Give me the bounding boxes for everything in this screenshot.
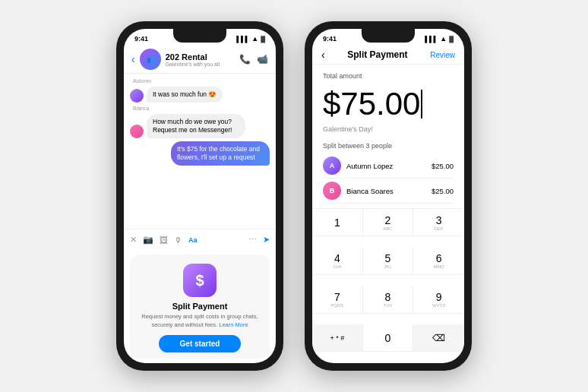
key-9[interactable]: 9WXYZ (413, 286, 464, 314)
key-8[interactable]: 8TUV (363, 286, 414, 314)
video-icon[interactable]: 📹 (257, 54, 268, 65)
get-started-button[interactable]: Get started (159, 335, 242, 352)
payment-title: Split Payment (347, 49, 407, 60)
msg-row: How much do we owe you? Request me on Me… (130, 114, 270, 138)
split-person-1: A Autumn Lopez $25.00 (323, 153, 454, 179)
phone-icon[interactable]: 📞 (239, 54, 251, 65)
header-info: 202 Rental Galentine's with you all (166, 52, 235, 67)
chat-header: ‹ 👥 202 Rental Galentine's with you all … (124, 46, 276, 74)
signal-left: ▌▌▌ (236, 36, 249, 43)
chat-name: 202 Rental (166, 52, 235, 62)
learn-more-link[interactable]: Learn More (219, 321, 248, 328)
split-person-2: B Bianca Soares $25.00 (323, 179, 454, 204)
msg-row: It was so much fun 😍 (130, 87, 270, 103)
more-icon[interactable]: ⋯ (248, 235, 257, 245)
chat-sub: Galentine's with you all (166, 62, 235, 67)
msg-bubble: It was so much fun 😍 (147, 87, 223, 103)
key-backspace[interactable]: ⌫ (413, 324, 464, 352)
group-avatar: 👥 (140, 49, 161, 70)
sender-label-autumn: Autumn (130, 78, 270, 84)
time-left: 9:41 (134, 35, 148, 43)
battery-right: ▓ (449, 36, 454, 43)
numpad: 1 2ABC 3DEF 4GHI 5JKL 6MNO 7PQRS 8TUV 9W… (312, 208, 464, 363)
split-section: Split between 3 people A Autumn Lopez $2… (312, 138, 464, 208)
payment-header: ‹ Split Payment Review (312, 46, 464, 65)
key-7[interactable]: 7PQRS (312, 286, 363, 314)
avatar-autumn (130, 89, 144, 103)
split-between-label: Split between 3 people (323, 142, 454, 150)
chat-area: Autumn It was so much fun 😍 Bianca How m… (124, 74, 276, 229)
person-name-1: Autumn Lopez (346, 162, 426, 170)
amount-value: $75.00 (323, 86, 420, 122)
split-icon-wrap: $ (183, 264, 217, 297)
total-label: Total amount (323, 72, 454, 80)
mic-icon[interactable]: 🎙 (174, 236, 182, 245)
key-special[interactable]: + * # (312, 324, 363, 352)
battery-left: ▓ (261, 36, 265, 43)
compose-aa[interactable]: Aa (188, 236, 198, 244)
wifi-left: ▲ (251, 35, 258, 43)
msg-bubble: How much do we owe you? Request me on Me… (147, 114, 245, 138)
review-button[interactable]: Review (430, 51, 455, 59)
back-icon[interactable]: ‹ (131, 53, 135, 65)
person-amount-2: $25.00 (432, 187, 454, 195)
person-name-2: Bianca Soares (346, 187, 426, 195)
key-3[interactable]: 3DEF (413, 209, 464, 236)
key-2[interactable]: 2ABC (363, 209, 414, 236)
amount-section: Total amount $75.00 Galentine's Day! (312, 65, 464, 138)
person-avatar-1: A (323, 156, 341, 175)
key-6[interactable]: 6MNO (413, 248, 464, 275)
msg-row-sent: It's $75 for the chocolate and flowers, … (130, 141, 270, 166)
msg-bubble-sent: It's $75 for the chocolate and flowers, … (171, 141, 270, 166)
split-card-desc: Request money and split costs in group c… (138, 313, 262, 329)
signal-right: ▌▌▌ (425, 36, 438, 43)
notch-right (362, 29, 415, 43)
back-icon-right[interactable]: ‹ (321, 49, 325, 61)
left-phone: 9:41 ▌▌▌ ▲ ▓ ‹ 👥 202 Rental Galentine's … (116, 21, 283, 371)
time-right: 9:41 (323, 35, 337, 43)
payment-screen: 9:41 ▌▌▌ ▲ ▓ ‹ Split Payment Review Tota… (312, 29, 464, 363)
occasion-text: Galentine's Day! (323, 125, 454, 133)
header-actions: 📞 📹 (239, 54, 268, 65)
key-1[interactable]: 1 (312, 209, 363, 236)
messenger-screen: 9:41 ▌▌▌ ▲ ▓ ‹ 👥 202 Rental Galentine's … (124, 29, 276, 363)
right-phone: 9:41 ▌▌▌ ▲ ▓ ‹ Split Payment Review Tota… (305, 21, 472, 371)
dismiss-icon[interactable]: ✕ (130, 235, 137, 245)
send-icon[interactable]: ➤ (263, 235, 270, 245)
wifi-right: ▲ (440, 35, 447, 43)
notch (173, 29, 226, 43)
camera-icon[interactable]: 📷 (143, 235, 153, 245)
person-amount-1: $25.00 (432, 162, 454, 170)
split-card-title: Split Payment (172, 302, 228, 311)
amount-display: $75.00 (323, 86, 454, 122)
key-4[interactable]: 4GHI (312, 248, 363, 275)
sender-label-bianca: Bianca (130, 106, 270, 111)
split-intro-card: $ Split Payment Request money and split … (130, 254, 270, 359)
person-avatar-2: B (323, 182, 341, 200)
toolbar-icons: ✕ 📷 🖼 🎙 Aa ⋯ ➤ (130, 232, 270, 247)
key-5[interactable]: 5JKL (363, 248, 414, 275)
key-0[interactable]: 0 (363, 324, 414, 352)
chat-toolbar: ✕ 📷 🖼 🎙 Aa ⋯ ➤ (124, 229, 276, 250)
dollar-icon: $ (195, 272, 204, 289)
avatar-bianca (130, 125, 144, 138)
cursor (421, 90, 422, 119)
image-icon[interactable]: 🖼 (160, 236, 168, 245)
